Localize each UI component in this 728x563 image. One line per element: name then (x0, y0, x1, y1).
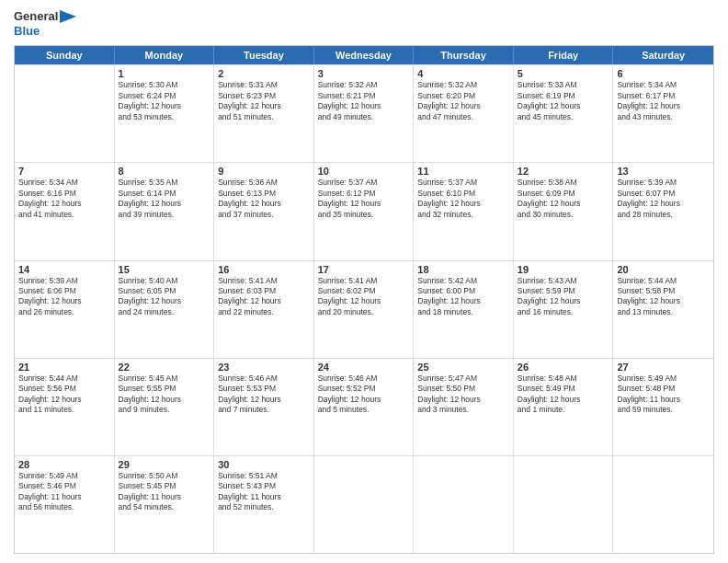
calendar-empty-cell (414, 456, 514, 553)
day-info-line: and 24 minutes. (119, 307, 210, 317)
day-info-line: Sunrise: 5:39 AM (617, 178, 710, 188)
day-info-line: Daylight: 12 hours (518, 395, 609, 405)
calendar-day-cell: 1Sunrise: 5:30 AMSunset: 6:24 PMDaylight… (115, 65, 215, 162)
calendar-row: 1Sunrise: 5:30 AMSunset: 6:24 PMDaylight… (15, 64, 713, 162)
calendar-day-cell: 15Sunrise: 5:40 AMSunset: 6:05 PMDayligh… (115, 261, 215, 358)
day-number: 29 (119, 459, 210, 470)
day-info-line: Sunrise: 5:35 AM (119, 178, 210, 188)
calendar-day-cell: 4Sunrise: 5:32 AMSunset: 6:20 PMDaylight… (414, 65, 514, 162)
day-info-line: and 41 minutes. (18, 210, 110, 220)
calendar-day-cell: 8Sunrise: 5:35 AMSunset: 6:14 PMDaylight… (115, 163, 215, 259)
day-info-line: Daylight: 12 hours (318, 395, 410, 405)
calendar-day-cell: 23Sunrise: 5:46 AMSunset: 5:53 PMDayligh… (214, 359, 314, 455)
day-info-line: Sunset: 6:21 PM (318, 91, 410, 101)
day-number: 8 (119, 166, 210, 177)
day-info-line: Daylight: 12 hours (417, 395, 509, 405)
calendar-day-cell: 6Sunrise: 5:34 AMSunset: 6:17 PMDaylight… (613, 65, 713, 162)
day-info-line: Sunrise: 5:42 AM (417, 276, 509, 286)
calendar-day-cell: 22Sunrise: 5:45 AMSunset: 5:55 PMDayligh… (115, 359, 215, 455)
weekday-header: Thursday (414, 46, 514, 64)
day-info-line: Sunset: 6:20 PM (417, 91, 509, 101)
day-info-line: and 1 minute. (518, 405, 609, 415)
day-info-line: Daylight: 12 hours (417, 296, 509, 306)
weekday-header: Wednesday (314, 46, 415, 64)
logo-arrow-icon (60, 10, 76, 23)
day-info-line: Daylight: 12 hours (119, 199, 210, 209)
day-info-line: Sunrise: 5:44 AM (18, 373, 110, 384)
day-info-line: Daylight: 12 hours (18, 395, 110, 405)
day-info-line: Sunset: 5:48 PM (617, 384, 710, 394)
day-info-line: Daylight: 12 hours (18, 296, 110, 306)
day-info-line: Sunset: 6:19 PM (518, 91, 609, 101)
day-number: 12 (518, 166, 609, 177)
day-info-line: and 5 minutes. (318, 405, 410, 415)
calendar-row: 14Sunrise: 5:39 AMSunset: 6:06 PMDayligh… (15, 260, 713, 358)
day-number: 17 (318, 264, 410, 275)
calendar-empty-cell (514, 456, 614, 553)
day-number: 20 (617, 264, 710, 275)
day-number: 23 (218, 362, 310, 373)
day-info-line: Sunrise: 5:39 AM (18, 276, 110, 286)
day-info-line: Daylight: 12 hours (518, 296, 609, 306)
day-info-line: Sunset: 5:52 PM (318, 384, 410, 394)
logo-text-blue: Blue (14, 24, 40, 39)
day-info-line: Sunrise: 5:40 AM (119, 276, 210, 286)
day-info-line: Sunrise: 5:49 AM (617, 373, 710, 384)
day-number: 9 (218, 166, 310, 177)
day-info-line: Sunrise: 5:31 AM (218, 80, 310, 90)
calendar-day-cell: 26Sunrise: 5:48 AMSunset: 5:49 PMDayligh… (514, 359, 614, 455)
day-info-line: Daylight: 11 hours (617, 395, 710, 405)
day-number: 1 (119, 68, 210, 79)
weekday-header: Saturday (613, 46, 713, 64)
header: General Blue (14, 9, 714, 38)
calendar-header: SundayMondayTuesdayWednesdayThursdayFrid… (15, 46, 713, 64)
day-info-line: Daylight: 12 hours (417, 199, 509, 209)
calendar-body: 1Sunrise: 5:30 AMSunset: 6:24 PMDaylight… (15, 64, 713, 553)
day-info-line: Sunset: 5:53 PM (218, 384, 310, 394)
day-info-line: Sunset: 6:24 PM (119, 91, 210, 101)
day-info-line: and 11 minutes. (18, 405, 110, 415)
calendar-day-cell: 16Sunrise: 5:41 AMSunset: 6:03 PMDayligh… (214, 261, 314, 358)
day-info-line: Sunset: 5:50 PM (417, 384, 509, 394)
day-number: 11 (417, 166, 509, 177)
day-info-line: Daylight: 12 hours (119, 395, 210, 405)
day-info-line: Sunrise: 5:32 AM (417, 80, 509, 90)
day-info-line: and 28 minutes. (617, 210, 710, 220)
day-info-line: Sunset: 5:58 PM (617, 286, 710, 296)
day-info-line: and 54 minutes. (119, 502, 210, 512)
day-info-line: Sunset: 5:55 PM (119, 384, 210, 394)
day-info-line: and 35 minutes. (318, 210, 410, 220)
day-info-line: Sunrise: 5:51 AM (218, 471, 310, 481)
day-info-line: Sunset: 6:05 PM (119, 286, 210, 296)
day-info-line: Sunrise: 5:34 AM (18, 178, 110, 188)
day-number: 13 (617, 166, 710, 177)
day-info-line: Sunset: 5:56 PM (18, 384, 110, 394)
day-info-line: Sunset: 6:13 PM (218, 189, 310, 199)
day-info-line: Sunset: 6:10 PM (417, 189, 509, 199)
day-info-line: Daylight: 12 hours (218, 395, 310, 405)
day-info-line: Sunset: 6:16 PM (18, 189, 110, 199)
calendar-day-cell: 12Sunrise: 5:38 AMSunset: 6:09 PMDayligh… (514, 163, 614, 259)
day-info-line: Sunrise: 5:46 AM (218, 373, 310, 384)
calendar-empty-cell (613, 456, 713, 553)
calendar-day-cell: 25Sunrise: 5:47 AMSunset: 5:50 PMDayligh… (414, 359, 514, 455)
day-info-line: and 30 minutes. (518, 210, 609, 220)
day-number: 22 (119, 362, 210, 373)
day-info-line: and 56 minutes. (18, 502, 110, 512)
day-number: 26 (518, 362, 609, 373)
day-info-line: Sunset: 6:00 PM (417, 286, 509, 296)
day-info-line: Daylight: 12 hours (18, 199, 110, 209)
day-info-line: Daylight: 12 hours (617, 199, 710, 209)
day-info-line: Sunset: 5:43 PM (218, 481, 310, 491)
calendar-day-cell: 29Sunrise: 5:50 AMSunset: 5:45 PMDayligh… (115, 456, 215, 553)
calendar-day-cell: 19Sunrise: 5:43 AMSunset: 5:59 PMDayligh… (514, 261, 614, 358)
day-info-line: and 18 minutes. (417, 307, 509, 317)
calendar-row: 21Sunrise: 5:44 AMSunset: 5:56 PMDayligh… (15, 358, 713, 455)
day-info-line: Sunrise: 5:45 AM (119, 373, 210, 384)
weekday-header: Sunday (15, 46, 115, 64)
day-info-line: Daylight: 11 hours (18, 492, 110, 502)
day-info-line: Sunrise: 5:43 AM (518, 276, 609, 286)
day-number: 21 (18, 362, 110, 373)
calendar-empty-cell (15, 65, 115, 162)
calendar-day-cell: 20Sunrise: 5:44 AMSunset: 5:58 PMDayligh… (613, 261, 713, 358)
